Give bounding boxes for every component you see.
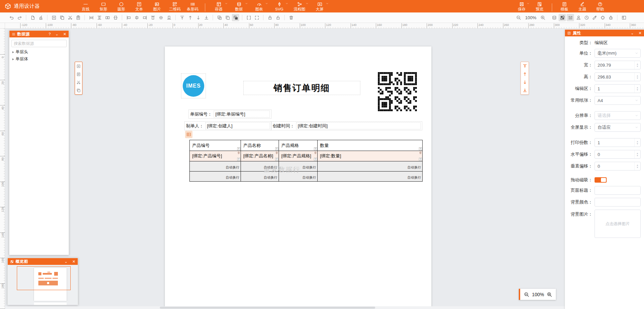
topbar-tool-save[interactable]: 保存 <box>513 0 531 12</box>
topbar-tool-template[interactable]: 模板 <box>556 0 573 12</box>
topbar-tool-barcode[interactable]: 条形码 <box>184 0 202 12</box>
resolution-select[interactable]: 请选择 <box>595 111 641 120</box>
drag-snap-toggle[interactable] <box>595 177 607 183</box>
move-down-button[interactable] <box>194 14 202 21</box>
to-bottom-layer-button[interactable] <box>521 86 529 94</box>
topbar-tool-svg-pen[interactable]: SVG <box>269 0 289 12</box>
logo-component[interactable]: IMES <box>181 73 206 98</box>
table-binding-cell[interactable]: [绑定:产品名称]T <box>241 151 279 161</box>
width-stepper[interactable]: ▲▼ <box>634 61 640 69</box>
table-binding-cell[interactable]: [绑定:数量]T <box>318 151 423 161</box>
add-copy-button[interactable] <box>50 14 58 21</box>
text-component-chip[interactable]: T <box>314 158 317 161</box>
lock-button[interactable] <box>266 14 274 21</box>
table-settings-chip[interactable] <box>185 131 192 138</box>
topbar-tool-line[interactable]: 直线 <box>77 0 95 12</box>
table-autowrap-cell[interactable]: 自动换行 <box>279 172 318 182</box>
group-copy-button[interactable] <box>216 14 223 21</box>
unlock-button[interactable] <box>274 14 282 21</box>
offset-x-input[interactable]: 0 <box>595 150 641 159</box>
field-doc-no-binding[interactable]: [绑定:单据编号] <box>214 111 270 118</box>
paste-button[interactable] <box>74 14 82 21</box>
page-title-input[interactable] <box>595 186 641 195</box>
datasource-collapse-button[interactable]: ⌄ <box>56 32 59 36</box>
to-bottom-button[interactable] <box>203 14 210 21</box>
trash-button[interactable] <box>287 14 295 21</box>
table-autowrap-cell[interactable]: 自动换行 <box>190 161 241 172</box>
copy-doc-mini-button[interactable] <box>75 86 82 94</box>
file-new-button[interactable] <box>29 14 36 21</box>
align-bottom-button[interactable] <box>165 14 173 21</box>
bg-image-picker[interactable]: 点击选择图片 <box>595 210 641 238</box>
fullscreen-select[interactable]: 自适应 <box>595 123 641 132</box>
equal-width-button[interactable] <box>87 14 95 21</box>
properties-close-button[interactable]: ✕ <box>639 31 642 35</box>
field-creator[interactable]: 制单人： [绑定:创建人] <box>184 121 272 130</box>
table-header-cell[interactable]: 产品规格T <box>279 140 318 151</box>
widgets-toggle-button[interactable] <box>559 14 566 21</box>
text-component-chip[interactable]: T <box>275 147 278 150</box>
height-stepper[interactable]: ▲▼ <box>634 73 640 81</box>
clear-brush-button[interactable] <box>37 14 44 21</box>
redo-button[interactable] <box>16 14 23 21</box>
delete-binding-icon[interactable] <box>237 151 240 154</box>
ungroup-button[interactable] <box>253 14 260 21</box>
field-creator-binding[interactable]: [绑定:创建人] <box>205 122 270 129</box>
table-autowrap-cell[interactable]: 自动换行 <box>318 172 423 182</box>
horizontal-scrollbar-thumb[interactable] <box>160 307 375 309</box>
data-table-component[interactable]: 产品编号T产品名称T产品规格T数量T[绑定:产品编号]T[绑定:产品名称]T[绑… <box>189 140 423 182</box>
field-doc-no[interactable]: 单据编号： [绑定:单据编号] <box>188 110 272 119</box>
field-created-time[interactable]: 创建时间： [绑定:创建时间] <box>271 121 422 130</box>
tree-item-doc-header[interactable]: 单据头 <box>9 49 69 56</box>
topbar-tool-image[interactable]: 图片 <box>148 0 166 12</box>
magic-toggle-button[interactable] <box>591 14 598 21</box>
move-up-button[interactable] <box>186 14 194 21</box>
table-autowrap-cell[interactable]: 自动换行 <box>279 161 318 172</box>
text-component-chip[interactable]: T <box>419 147 422 150</box>
topbar-tool-circle[interactable]: 圆形 <box>112 0 130 12</box>
overview-collapse-button[interactable]: ⌄ <box>65 260 68 264</box>
debug-target-toggle-button[interactable] <box>599 14 606 21</box>
edit-area-input[interactable]: 1 <box>595 84 641 93</box>
offset-x-stepper[interactable]: ▲▼ <box>634 150 640 158</box>
edit-area-stepper[interactable]: ▲▼ <box>634 85 640 93</box>
text-component-chip[interactable]: T <box>237 147 240 150</box>
topbar-tool-container[interactable]: 容器 <box>209 0 229 12</box>
table-header-cell[interactable]: 产品名称T <box>241 140 279 151</box>
offset-y-stepper[interactable]: ▲▼ <box>634 162 640 170</box>
topbar-tool-chart[interactable]: 图表 <box>249 0 269 12</box>
delete-binding-icon[interactable] <box>275 151 278 154</box>
design-page[interactable]: IMES 销售订单明细 单据编号： [绑定:单据编号] 制单人： [绑定:创建人… <box>165 47 431 309</box>
datasource-panel-header[interactable]: 数据源 ? ⌄ ✕ <box>9 31 69 37</box>
print-count-stepper[interactable]: ▲▼ <box>634 138 640 147</box>
design-canvas[interactable]: IMES 销售订单明细 单据编号： [绑定:单据编号] 制单人： [绑定:创建人… <box>5 29 644 309</box>
topbar-tool-help[interactable]: 帮助 <box>591 0 609 12</box>
horizontal-scrollbar[interactable] <box>5 306 565 309</box>
add-copy-mini-button[interactable] <box>75 62 82 70</box>
to-top-button[interactable] <box>178 14 186 21</box>
offset-y-input[interactable]: 0 <box>595 162 641 171</box>
to-top-layer-button[interactable] <box>521 62 529 70</box>
copy-doc-button[interactable] <box>58 14 66 21</box>
height-input[interactable]: 296.83 <box>595 72 641 81</box>
table-autowrap-cell[interactable]: 自动换行 <box>318 161 423 172</box>
table-autowrap-cell[interactable]: 自动换行 <box>241 172 279 182</box>
align-middle-button[interactable] <box>157 14 165 21</box>
overview-viewport-rect[interactable] <box>17 266 71 290</box>
align-right-button[interactable] <box>141 14 148 21</box>
unit-select[interactable]: 毫米(mm) <box>595 49 641 58</box>
cut-mini-button[interactable] <box>75 78 82 86</box>
equal-size-button[interactable] <box>104 14 111 21</box>
table-header-cell[interactable]: 数量T <box>318 140 423 151</box>
bug-toggle-button[interactable] <box>607 14 614 21</box>
datasource-search-input[interactable]: 搜索数据源 <box>11 40 67 47</box>
overview-close-button[interactable]: ✕ <box>72 260 75 264</box>
topbar-tool-data[interactable]: 数据 <box>229 0 249 12</box>
canvas-zoom-in-button[interactable] <box>547 292 552 297</box>
topbar-tool-preview[interactable]: 预览 <box>531 0 548 12</box>
topbar-tool-qrcode[interactable]: 二维码 <box>166 0 184 12</box>
title-component[interactable]: 销售订单明细 <box>243 81 360 95</box>
field-created-time-binding[interactable]: [绑定:创建时间] <box>296 122 421 129</box>
tree-item-doc-body[interactable]: 单据体 <box>9 56 69 63</box>
datasource-db-toggle-button[interactable] <box>550 14 558 21</box>
